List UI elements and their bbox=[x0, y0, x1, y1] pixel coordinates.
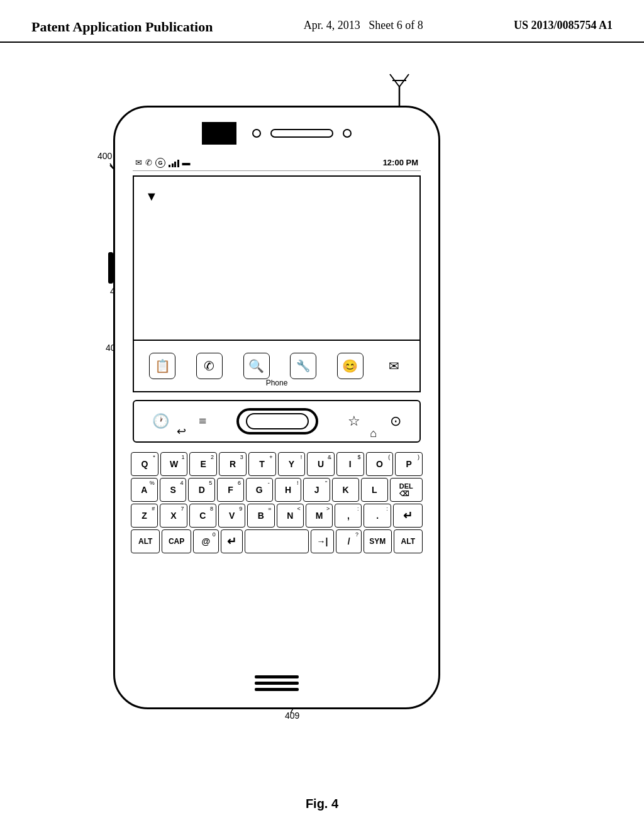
key-v[interactable]: 9V bbox=[218, 504, 245, 528]
phone-body: ✉ ✆ G ▬ 12:00 PM ▼ bbox=[113, 106, 440, 709]
key-w[interactable]: 1W bbox=[160, 452, 188, 476]
key-comma[interactable]: :, bbox=[335, 504, 362, 528]
nav-home-oval-inner bbox=[246, 413, 309, 429]
g-status-icon: G bbox=[155, 158, 165, 168]
key-space[interactable]: ↵ bbox=[221, 529, 243, 553]
status-bar: ✉ ✆ G ▬ 12:00 PM bbox=[133, 155, 421, 171]
key-alt-right[interactable]: ALT bbox=[394, 529, 423, 553]
dock-row: 📋 ✆ 🔍 🔧 😊 ✉ Phone bbox=[134, 340, 419, 391]
keyboard: *Q 1W 2E 3R +T !Y &U $I (O )P %A 4S 5D 6… bbox=[131, 452, 423, 555]
key-tab[interactable]: →| bbox=[311, 529, 334, 553]
key-del[interactable]: DEL⌫ bbox=[390, 478, 423, 502]
phone-status-icon: ✆ bbox=[145, 158, 152, 168]
key-r[interactable]: 3R bbox=[219, 452, 247, 476]
key-m[interactable]: >M bbox=[306, 504, 333, 528]
key-t[interactable]: +T bbox=[248, 452, 276, 476]
bottom-bar bbox=[133, 674, 421, 692]
key-at[interactable]: 0@ bbox=[193, 529, 219, 553]
dock-mail-icon[interactable]: ✉ bbox=[384, 356, 404, 376]
keyboard-row-2: %A 4S 5D 6F -G !H "J K L DEL⌫ bbox=[131, 478, 423, 502]
key-period[interactable]: :. bbox=[364, 504, 391, 528]
dock-tools-icon[interactable]: 🔧 bbox=[290, 353, 316, 379]
key-cap[interactable]: CAP bbox=[162, 529, 191, 553]
nav-back-arrow[interactable]: ↩ bbox=[177, 424, 186, 438]
key-y[interactable]: !Y bbox=[278, 452, 306, 476]
nav-row: 🕐 ≡ ☆ ⊙ ↩ ⌂ bbox=[133, 400, 421, 443]
nav-settings-icon[interactable]: ⊙ bbox=[390, 413, 401, 429]
key-enter[interactable]: ↵ bbox=[393, 504, 423, 528]
dock-calendar-icon[interactable]: 📋 bbox=[149, 353, 175, 379]
dock-phone-icon[interactable]: ✆ bbox=[196, 353, 223, 379]
status-time: 12:00 PM bbox=[383, 158, 418, 167]
patent-date: Apr. 4, 2013 Sheet 6 of 8 bbox=[304, 19, 423, 32]
key-e[interactable]: 2E bbox=[189, 452, 217, 476]
key-j[interactable]: "J bbox=[303, 478, 330, 502]
key-u[interactable]: &U bbox=[307, 452, 335, 476]
camera-dot bbox=[252, 129, 261, 138]
patent-header: Patent Application Publication Apr. 4, 2… bbox=[0, 0, 644, 43]
key-l[interactable]: L bbox=[361, 478, 388, 502]
hamburger-line-3 bbox=[255, 688, 299, 691]
key-n[interactable]: <N bbox=[277, 504, 304, 528]
volume-button[interactable] bbox=[108, 252, 113, 284]
key-g[interactable]: -G bbox=[246, 478, 273, 502]
nav-clock-icon[interactable]: 🕐 bbox=[152, 413, 169, 429]
nav-home-house[interactable]: ⌂ bbox=[370, 427, 377, 440]
hamburger-menu[interactable] bbox=[255, 675, 299, 691]
key-f[interactable]: 6F bbox=[217, 478, 244, 502]
keyboard-row-1: *Q 1W 2E 3R +T !Y &U $I (O )P bbox=[131, 452, 423, 476]
key-alt-left[interactable]: ALT bbox=[131, 529, 160, 553]
key-h[interactable]: !H bbox=[275, 478, 302, 502]
phone-device: ✉ ✆ G ▬ 12:00 PM ▼ bbox=[101, 106, 453, 722]
key-q[interactable]: *Q bbox=[131, 452, 158, 476]
phone-screen[interactable]: ▼ 📋 ✆ 🔍 🔧 😊 ✉ Phone bbox=[133, 175, 421, 392]
nav-home-oval[interactable] bbox=[236, 408, 318, 434]
figure-caption: Fig. 4 bbox=[306, 797, 338, 811]
speaker-bar bbox=[270, 129, 333, 138]
key-k[interactable]: K bbox=[332, 478, 359, 502]
key-d[interactable]: 5D bbox=[188, 478, 215, 502]
key-z[interactable]: #Z bbox=[131, 504, 158, 528]
top-sensor-area bbox=[153, 119, 401, 147]
key-spacebar[interactable] bbox=[245, 529, 309, 553]
signal-icon bbox=[169, 158, 179, 167]
key-slash[interactable]: ?/ bbox=[336, 529, 362, 553]
key-o[interactable]: (O bbox=[366, 452, 394, 476]
key-sym[interactable]: SYM bbox=[364, 529, 392, 553]
battery-icon: ▬ bbox=[182, 158, 191, 168]
patent-number: US 2013/0085754 A1 bbox=[514, 19, 613, 32]
main-content: 400 405 401 406 407 410 411 412 414 415 bbox=[0, 43, 644, 822]
sensor-dot bbox=[343, 129, 352, 138]
key-p[interactable]: )P bbox=[395, 452, 423, 476]
key-a[interactable]: %A bbox=[131, 478, 158, 502]
logo-rect bbox=[202, 122, 236, 145]
mail-status-icon: ✉ bbox=[135, 158, 142, 168]
hamburger-line-2 bbox=[255, 682, 299, 685]
key-x[interactable]: 7X bbox=[160, 504, 187, 528]
keyboard-row-3: #Z 7X 8C 9V =B <N >M :, :. ↵ bbox=[131, 504, 423, 528]
dock-search-icon[interactable]: 🔍 bbox=[243, 353, 270, 379]
key-s[interactable]: 4S bbox=[160, 478, 187, 502]
key-i[interactable]: $I bbox=[336, 452, 364, 476]
patent-title: Patent Application Publication bbox=[31, 19, 213, 35]
dock-avatar-icon[interactable]: 😊 bbox=[337, 353, 364, 379]
cursor-arrow: ▼ bbox=[145, 189, 158, 204]
key-c[interactable]: 8C bbox=[189, 504, 216, 528]
hamburger-line-1 bbox=[255, 675, 299, 678]
nav-star-icon[interactable]: ☆ bbox=[348, 413, 360, 429]
dock-label: Phone bbox=[266, 379, 288, 387]
nav-menu-icon[interactable]: ≡ bbox=[199, 413, 206, 429]
key-b[interactable]: =B bbox=[247, 504, 274, 528]
keyboard-row-4: ALT CAP 0@ ↵ →| ?/ SYM ALT bbox=[131, 529, 423, 553]
